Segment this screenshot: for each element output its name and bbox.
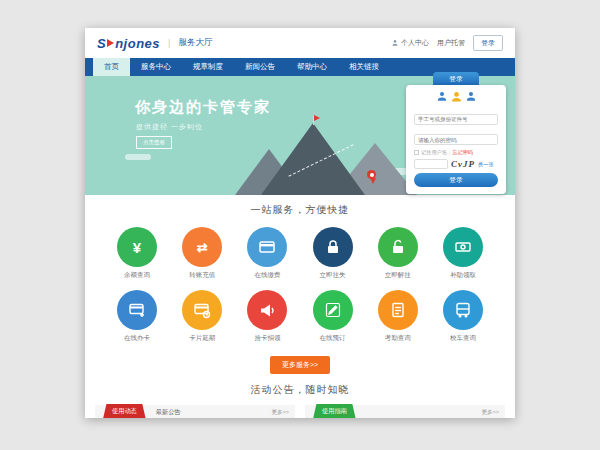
services-row-1: ¥余额查询⇄转账充值在线缴费立即挂失立即解挂补助领取 bbox=[85, 227, 515, 280]
service-item-3[interactable]: 立即挂失 bbox=[307, 227, 359, 280]
bank-card-icon[interactable] bbox=[247, 227, 287, 267]
banner-cta-button[interactable]: 点击查看 bbox=[136, 136, 172, 149]
nav-item-4[interactable]: 帮助中心 bbox=[286, 58, 338, 76]
service-label: 立即挂失 bbox=[320, 271, 346, 280]
service-item-9[interactable]: 在线预订 bbox=[307, 290, 359, 343]
service-label: 补助领取 bbox=[450, 271, 476, 280]
user-hosting-link[interactable]: 用户托管 bbox=[437, 38, 465, 48]
users-group-icon bbox=[414, 90, 498, 104]
service-label: 考勤查询 bbox=[385, 334, 411, 343]
announcements-section: 活动公告，随时知晓 使用动态 最新公告 更多>> 使用指南 更多>> bbox=[85, 383, 515, 418]
banner-subtitle: 提供捷径 一步到位 bbox=[136, 122, 203, 132]
megaphone-icon[interactable] bbox=[247, 290, 287, 330]
product-name: 服务大厅 bbox=[178, 37, 212, 49]
services-section: 一站服务，方便快捷 ¥余额查询⇄转账充值在线缴费立即挂失立即解挂补助领取在线办卡… bbox=[85, 195, 515, 374]
nav-item-3[interactable]: 新闻公告 bbox=[234, 58, 286, 76]
service-label: 余额查询 bbox=[124, 271, 150, 280]
announcements-title: 活动公告，随时知晓 bbox=[85, 383, 515, 397]
logo-text-right: njones bbox=[115, 36, 160, 51]
header-login-button[interactable]: 登录 bbox=[473, 35, 503, 51]
service-item-4[interactable]: 立即解挂 bbox=[372, 227, 424, 280]
tab-usage-guide[interactable]: 使用指南 bbox=[313, 404, 356, 418]
service-item-5[interactable]: 补助领取 bbox=[437, 227, 489, 280]
service-item-11[interactable]: 校车查询 bbox=[437, 290, 489, 343]
header-links: 个人中心 用户托管 登录 bbox=[391, 35, 503, 51]
tab-usage-news[interactable]: 使用动态 bbox=[103, 404, 146, 418]
more-services-button[interactable]: 更多服务>> bbox=[270, 356, 330, 374]
forgot-password-link[interactable]: 忘记密码 bbox=[452, 149, 473, 156]
password-input[interactable] bbox=[414, 134, 498, 145]
captcha-input[interactable] bbox=[414, 159, 448, 169]
services-title: 一站服务，方便快捷 bbox=[85, 203, 515, 217]
service-label: 立即解挂 bbox=[385, 271, 411, 280]
remember-label: 记住用户名 bbox=[421, 149, 447, 156]
service-item-0[interactable]: ¥余额查询 bbox=[111, 227, 163, 280]
service-label: 校车查询 bbox=[450, 334, 476, 343]
nav-item-0[interactable]: 首页 bbox=[93, 58, 130, 76]
logo-arrow-icon bbox=[107, 39, 114, 47]
bus-icon[interactable] bbox=[443, 290, 483, 330]
service-label: 在线办卡 bbox=[124, 334, 150, 343]
guide-panel: 使用指南 更多>> bbox=[305, 405, 505, 418]
news-more-link[interactable]: 更多>> bbox=[272, 409, 289, 416]
nav-item-2[interactable]: 规章制度 bbox=[182, 58, 234, 76]
news-panel: 使用动态 最新公告 更多>> bbox=[95, 405, 295, 418]
site-page: S njones | 服务大厅 个人中心 用户托管 登录 首页服务中心规章制度新… bbox=[85, 28, 515, 418]
nav-item-1[interactable]: 服务中心 bbox=[130, 58, 182, 76]
service-item-8[interactable]: 拾卡招领 bbox=[241, 290, 293, 343]
account-input[interactable] bbox=[414, 114, 498, 125]
login-card: 登录 记住用户名 | 忘记密码 CvJP 换一张 登录 bbox=[406, 72, 506, 194]
top-header: S njones | 服务大厅 个人中心 用户托管 登录 bbox=[85, 28, 515, 58]
login-tab[interactable]: 登录 bbox=[433, 72, 479, 85]
brand-logo[interactable]: S njones bbox=[97, 36, 160, 51]
service-label: 在线缴费 bbox=[254, 271, 280, 280]
captcha-image: CvJP bbox=[451, 159, 475, 169]
summit-flag-icon bbox=[314, 115, 320, 121]
personal-center-link[interactable]: 个人中心 bbox=[391, 38, 429, 48]
transfer-arrows-icon[interactable]: ⇄ bbox=[182, 227, 222, 267]
pencil-icon[interactable] bbox=[313, 290, 353, 330]
captcha-refresh-link[interactable]: 换一张 bbox=[478, 161, 494, 168]
yen-icon[interactable]: ¥ bbox=[117, 227, 157, 267]
cloud-shape bbox=[125, 154, 151, 160]
login-submit-button[interactable]: 登录 bbox=[414, 173, 498, 187]
services-row-2: 在线办卡卡片延期拾卡招领在线预订考勤查询校车查询 bbox=[85, 290, 515, 343]
card-plus-icon[interactable] bbox=[117, 290, 157, 330]
service-item-1[interactable]: ⇄转账充值 bbox=[176, 227, 228, 280]
attendance-icon[interactable] bbox=[378, 290, 418, 330]
header-divider: | bbox=[168, 38, 170, 48]
service-label: 拾卡招领 bbox=[254, 334, 280, 343]
person-icon bbox=[391, 39, 399, 47]
logo-text-left: S bbox=[97, 36, 106, 51]
unlock-icon[interactable] bbox=[378, 227, 418, 267]
service-item-6[interactable]: 在线办卡 bbox=[111, 290, 163, 343]
banknote-icon[interactable] bbox=[443, 227, 483, 267]
service-label: 卡片延期 bbox=[189, 334, 215, 343]
service-label: 转账充值 bbox=[189, 271, 215, 280]
service-item-7[interactable]: 卡片延期 bbox=[176, 290, 228, 343]
mountain-shape bbox=[261, 123, 365, 195]
banner-title: 你身边的卡管专家 bbox=[135, 98, 271, 117]
remember-checkbox[interactable] bbox=[414, 150, 419, 155]
map-pin-tip bbox=[370, 178, 376, 184]
guide-more-link[interactable]: 更多>> bbox=[482, 409, 499, 416]
card-clock-icon[interactable] bbox=[182, 290, 222, 330]
tab-latest-notices[interactable]: 最新公告 bbox=[156, 408, 181, 417]
service-label: 在线预订 bbox=[320, 334, 346, 343]
service-item-2[interactable]: 在线缴费 bbox=[241, 227, 293, 280]
lock-icon[interactable] bbox=[313, 227, 353, 267]
nav-item-5[interactable]: 相关链接 bbox=[338, 58, 390, 76]
service-item-10[interactable]: 考勤查询 bbox=[372, 290, 424, 343]
remember-separator: | bbox=[449, 150, 450, 156]
